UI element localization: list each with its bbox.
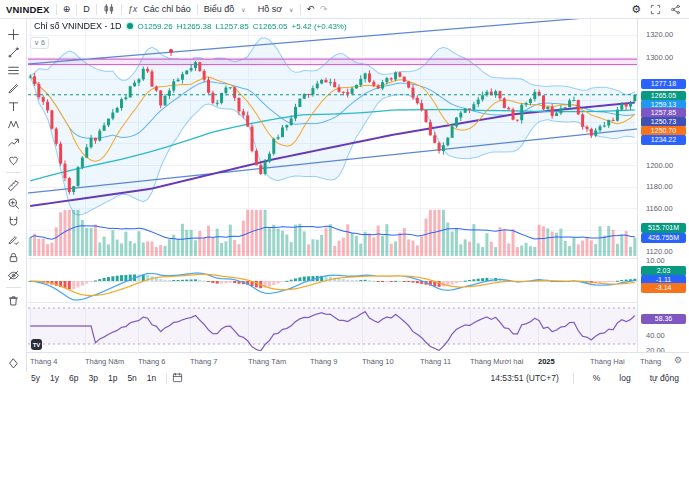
share-icon[interactable] [670, 4, 681, 15]
price-tick: 1300.00 [646, 53, 673, 62]
go-to-date-calendar-icon[interactable] [172, 372, 183, 385]
chart-legend: Chỉ số VNINDEX - 1D O1259.26 H1265.38 L1… [34, 21, 347, 31]
brush-icon[interactable] [4, 79, 22, 97]
legend-title: Chỉ số VNINDEX - 1D [34, 21, 122, 31]
trend-line-icon[interactable] [4, 43, 22, 61]
range-button-5y[interactable]: 5y [26, 373, 45, 383]
bottom-toolbar: 5y1y6p3p1p5n1n 14:53:51 (UTC+7) % log tự… [0, 368, 689, 388]
axis-settings-gear-icon[interactable]: ⚙ [674, 355, 682, 365]
legend-low: L1257.85 [215, 22, 248, 31]
long-position-icon[interactable] [4, 133, 22, 151]
heart-icon[interactable] [4, 151, 22, 169]
chart-menu-button[interactable]: Biểu đồ [204, 4, 235, 14]
legend-change: +5.42 (+0.43%) [291, 22, 346, 31]
indicators-button[interactable]: Các chỉ báo [143, 4, 191, 14]
zoom-in-icon[interactable] [4, 194, 22, 212]
xabcd-pattern-icon[interactable] [4, 115, 22, 133]
candle-style-icon[interactable] [103, 3, 115, 15]
price-tick: 1160.00 [646, 204, 673, 213]
profile-menu-button[interactable]: Hồ sơ [258, 4, 282, 14]
fib-retracement-icon[interactable] [4, 61, 22, 79]
hide-drawings-icon[interactable] [4, 266, 22, 284]
price-label-badge: 426.755M [641, 233, 686, 243]
time-axis-label: Tháng 6 [138, 357, 166, 366]
time-axis-label: 2025 [538, 357, 555, 366]
price-tick: 1180.00 [646, 182, 673, 191]
clock-display[interactable]: 14:53:51 (UTC+7) [490, 373, 558, 383]
range-button-3p[interactable]: 3p [83, 373, 102, 383]
text-icon[interactable] [4, 97, 22, 115]
drawing-toolbar [0, 18, 27, 372]
chevron-down-icon: ∨ [241, 6, 245, 13]
time-axis-label: Tháng Mười hai [470, 357, 523, 366]
collapsed-indicators-chip[interactable]: ∨ 6 [30, 37, 49, 49]
toolbar-divider [6, 287, 21, 288]
lock-icon[interactable] [4, 248, 22, 266]
price-label-badge: 1277.18 [641, 79, 686, 89]
chevron-down-icon: ∨ [289, 6, 293, 13]
interval-button[interactable]: D [83, 4, 90, 14]
price-label-badge: 58.36 [641, 314, 686, 324]
undo-icon[interactable]: ↶ [307, 4, 315, 14]
time-axis-label: Tháng 7 [190, 357, 218, 366]
price-tick: 40.00 [646, 331, 665, 340]
delete-icon[interactable] [4, 291, 22, 309]
legend-open: O1259.26 [138, 22, 173, 31]
ruler-icon[interactable] [4, 176, 22, 194]
market-status-dot [127, 23, 133, 29]
range-button-1n[interactable]: 1n [142, 373, 161, 383]
price-tick: 1120.00 [646, 247, 673, 256]
redo-icon[interactable]: ↷ [320, 4, 328, 14]
top-toolbar: VNINDEX ⊕ D ƒx Các chỉ báo Biểu đồ ∨ Hồ … [0, 0, 689, 19]
price-tick: 1320.00 [646, 30, 673, 39]
chevron-down-icon: ∨ [34, 39, 39, 46]
compare-add-icon[interactable]: ⊕ [63, 4, 71, 14]
settings-gear-icon[interactable]: ⚙ [631, 3, 641, 16]
price-tick: 1200.00 [646, 161, 673, 170]
magnet-icon[interactable] [4, 212, 22, 230]
time-axis-label: Tháng Hai [590, 357, 625, 366]
price-label-badge: 515.701M [641, 223, 686, 233]
object-tree-icon[interactable] [4, 354, 22, 372]
log-scale-toggle[interactable]: log [614, 373, 635, 383]
price-label-badge: 1234.22 [641, 135, 686, 145]
fullscreen-icon[interactable] [650, 4, 661, 15]
fx-icon: ƒx [128, 4, 138, 14]
range-button-1y[interactable]: 1y [45, 373, 64, 383]
auto-scale-toggle[interactable]: tự động [645, 373, 684, 383]
time-axis-label: Tháng 4 [30, 357, 58, 366]
time-axis-label: Tháng 11 [420, 357, 451, 366]
legend-high: H1265.38 [177, 22, 212, 31]
collapsed-indicator-count: 6 [41, 39, 45, 46]
time-axis[interactable]: ⚙ Tháng 4Tháng NămTháng 6Tháng 7Tháng Tá… [0, 352, 689, 369]
price-axis[interactable]: 1320.001300.001200.001180.001160.001120.… [637, 18, 689, 352]
price-tick: 10.00 [646, 256, 665, 265]
time-axis-label: Tháng 10 [362, 357, 394, 366]
toolbar-divider [6, 172, 21, 173]
symbol-button[interactable]: VNINDEX [6, 4, 50, 15]
time-axis-label: Tháng Tám [248, 357, 286, 366]
trading-chart-app: VNINDEX ⊕ D ƒx Các chỉ báo Biểu đồ ∨ Hồ … [0, 0, 689, 499]
price-chart-canvas[interactable] [28, 18, 637, 352]
range-button-5n[interactable]: 5n [122, 373, 141, 383]
time-axis-label: Tháng Năm [85, 357, 124, 366]
time-axis-label: Tháng [640, 357, 661, 366]
legend-close: C1265.05 [253, 22, 288, 31]
range-buttons: 5y1y6p3p1p5n1n [0, 373, 161, 383]
drawing-mode-icon[interactable] [4, 230, 22, 248]
price-label-badge: -3.14 [641, 283, 686, 293]
percent-scale-toggle[interactable]: % [588, 373, 606, 383]
range-button-6p[interactable]: 6p [64, 373, 83, 383]
range-button-1p[interactable]: 1p [103, 373, 122, 383]
tradingview-logo[interactable]: TV [31, 339, 42, 350]
time-axis-label: Tháng 9 [310, 357, 338, 366]
crosshair-icon[interactable] [4, 25, 22, 43]
